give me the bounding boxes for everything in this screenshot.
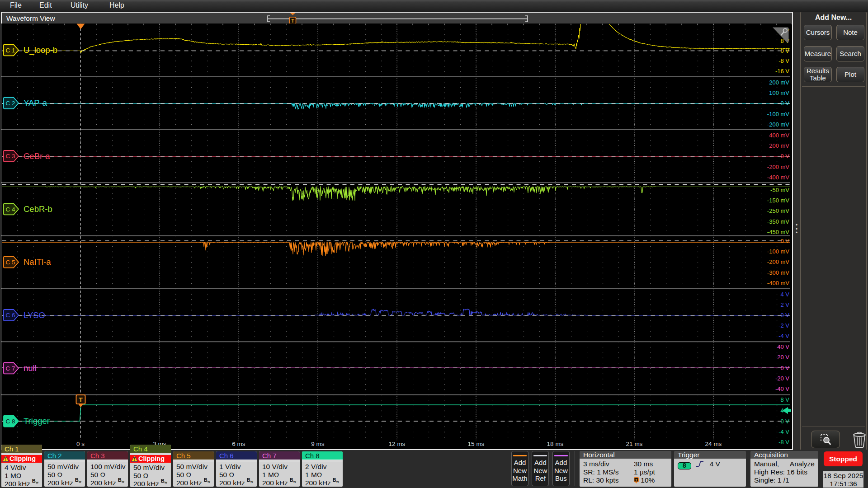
svg-text:C 1: C 1: [5, 47, 15, 54]
svg-text:-450 mV: -450 mV: [767, 229, 789, 235]
svg-text:null: null: [24, 363, 37, 373]
svg-text:-350 mV: -350 mV: [767, 218, 789, 225]
svg-text:Trigger: Trigger: [24, 416, 50, 426]
svg-text:-400 mV: -400 mV: [767, 280, 789, 286]
svg-text:12 ms: 12 ms: [389, 441, 406, 447]
svg-text:-300 mV: -300 mV: [767, 269, 789, 276]
svg-text:0 V: 0 V: [780, 100, 789, 107]
svg-text:-100 mV: -100 mV: [767, 248, 789, 255]
svg-text:-40 V: -40 V: [775, 385, 789, 392]
svg-text:24 ms: 24 ms: [705, 441, 722, 447]
svg-text:21 ms: 21 ms: [626, 441, 643, 447]
svg-text:-4 V: -4 V: [778, 333, 789, 339]
svg-text:C 6: C 6: [5, 312, 15, 319]
svg-text:9 ms: 9 ms: [311, 441, 325, 447]
svg-text:-200 mV: -200 mV: [767, 121, 789, 128]
svg-text:CeBr-a: CeBr-a: [24, 151, 50, 161]
svg-text:C 5: C 5: [5, 259, 15, 266]
svg-text:U_loop-b: U_loop-b: [24, 45, 57, 55]
svg-text:4 V: 4 V: [780, 291, 789, 298]
svg-text:0 V: 0 V: [780, 365, 789, 371]
svg-text:-400 mV: -400 mV: [767, 174, 789, 181]
svg-text:8 V: 8 V: [780, 396, 789, 403]
svg-text:200 mV: 200 mV: [769, 79, 789, 86]
svg-text:-200 mV: -200 mV: [767, 258, 789, 265]
svg-text:-16 V: -16 V: [775, 68, 789, 75]
svg-text:C 7: C 7: [5, 365, 15, 372]
svg-text:0 V: 0 V: [780, 153, 789, 160]
svg-text:C 2: C 2: [5, 100, 15, 107]
svg-text:YAP-a: YAP-a: [24, 98, 47, 108]
svg-text:-100 mV: -100 mV: [767, 111, 789, 117]
svg-text:C 4: C 4: [5, 206, 15, 213]
svg-text:NaITl-a: NaITl-a: [24, 257, 51, 267]
svg-text:6 ms: 6 ms: [232, 441, 245, 447]
svg-text:15 ms: 15 ms: [468, 441, 485, 447]
svg-text:-2 V: -2 V: [778, 322, 789, 329]
svg-text:-200 mV: -200 mV: [767, 164, 789, 170]
svg-text:0 V: 0 V: [780, 238, 789, 244]
svg-text:C 8: C 8: [5, 418, 15, 425]
svg-text:-20 V: -20 V: [775, 375, 789, 382]
svg-text:-150 mV: -150 mV: [767, 197, 789, 204]
svg-text:-50 mV: -50 mV: [770, 187, 789, 193]
svg-text:0 s: 0 s: [76, 441, 85, 447]
svg-text:-8 V: -8 V: [778, 57, 789, 64]
svg-text:40 V: 40 V: [777, 343, 789, 350]
svg-text:C 3: C 3: [5, 153, 15, 160]
svg-text:-250 mV: -250 mV: [767, 207, 789, 214]
svg-text:CebR-b: CebR-b: [24, 204, 52, 214]
svg-text:0 V: 0 V: [780, 47, 789, 54]
svg-text:2 V: 2 V: [780, 301, 789, 308]
svg-text:T: T: [635, 478, 637, 482]
svg-text:-8 V: -8 V: [778, 439, 789, 446]
svg-text:LYSO: LYSO: [24, 310, 45, 320]
svg-text:400 mV: 400 mV: [769, 132, 789, 139]
svg-text:0 V: 0 V: [780, 418, 789, 425]
svg-text:18 ms: 18 ms: [547, 441, 564, 447]
svg-text:T: T: [79, 396, 83, 404]
svg-text:200 mV: 200 mV: [769, 142, 789, 149]
svg-text:0 V: 0 V: [780, 312, 789, 319]
svg-text:T: T: [291, 18, 294, 23]
svg-text:100 mV: 100 mV: [769, 89, 789, 96]
svg-text:-4 V: -4 V: [778, 428, 789, 435]
svg-text:20 V: 20 V: [777, 354, 789, 361]
